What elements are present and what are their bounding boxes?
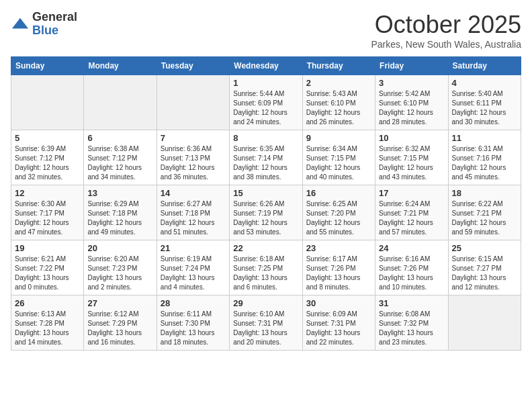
day-number: 15 bbox=[233, 188, 298, 198]
calendar-cell bbox=[157, 75, 229, 130]
calendar-cell: 21Sunrise: 6:19 AM Sunset: 7:24 PM Dayli… bbox=[157, 240, 229, 295]
calendar-cell: 12Sunrise: 6:30 AM Sunset: 7:17 PM Dayli… bbox=[11, 185, 84, 240]
calendar-cell: 14Sunrise: 6:27 AM Sunset: 7:18 PM Dayli… bbox=[157, 185, 229, 240]
logo-blue: Blue bbox=[32, 24, 77, 38]
day-info: Sunrise: 6:32 AM Sunset: 7:15 PM Dayligh… bbox=[379, 144, 444, 182]
day-info: Sunrise: 6:21 AM Sunset: 7:22 PM Dayligh… bbox=[15, 255, 80, 292]
day-number: 14 bbox=[161, 188, 226, 198]
day-number: 24 bbox=[379, 243, 444, 253]
day-number: 27 bbox=[87, 298, 152, 308]
logo-icon bbox=[11, 15, 30, 34]
day-number: 29 bbox=[233, 298, 298, 308]
day-info: Sunrise: 6:34 AM Sunset: 7:15 PM Dayligh… bbox=[306, 144, 371, 182]
day-number: 7 bbox=[161, 133, 226, 143]
day-number: 21 bbox=[161, 243, 226, 253]
header-saturday: Saturday bbox=[448, 57, 521, 75]
calendar-cell: 9Sunrise: 6:34 AM Sunset: 7:15 PM Daylig… bbox=[302, 130, 375, 185]
day-number: 25 bbox=[452, 243, 517, 253]
calendar-cell: 25Sunrise: 6:15 AM Sunset: 7:27 PM Dayli… bbox=[448, 240, 521, 295]
logo: General Blue bbox=[11, 11, 77, 38]
calendar-cell: 16Sunrise: 6:25 AM Sunset: 7:20 PM Dayli… bbox=[302, 185, 375, 240]
calendar-week-1: 1Sunrise: 5:44 AM Sunset: 6:09 PM Daylig… bbox=[11, 75, 521, 130]
day-number: 23 bbox=[306, 243, 371, 253]
page-header: General Blue October 2025 Parkes, New So… bbox=[11, 11, 521, 50]
calendar-cell: 2Sunrise: 5:43 AM Sunset: 6:10 PM Daylig… bbox=[302, 75, 375, 130]
day-info: Sunrise: 6:17 AM Sunset: 7:26 PM Dayligh… bbox=[306, 255, 371, 292]
calendar-cell: 30Sunrise: 6:09 AM Sunset: 7:31 PM Dayli… bbox=[302, 295, 375, 351]
calendar-cell: 26Sunrise: 6:13 AM Sunset: 7:28 PM Dayli… bbox=[11, 295, 84, 351]
title-block: October 2025 Parkes, New South Wales, Au… bbox=[371, 11, 521, 50]
day-number: 22 bbox=[233, 243, 298, 253]
day-info: Sunrise: 6:25 AM Sunset: 7:20 PM Dayligh… bbox=[306, 199, 371, 237]
day-info: Sunrise: 6:19 AM Sunset: 7:24 PM Dayligh… bbox=[161, 255, 226, 292]
day-number: 28 bbox=[161, 298, 226, 308]
day-number: 17 bbox=[379, 188, 444, 198]
calendar-week-3: 12Sunrise: 6:30 AM Sunset: 7:17 PM Dayli… bbox=[11, 185, 521, 240]
calendar-cell bbox=[448, 295, 521, 351]
calendar-cell: 18Sunrise: 6:22 AM Sunset: 7:21 PM Dayli… bbox=[448, 185, 521, 240]
calendar-cell: 19Sunrise: 6:21 AM Sunset: 7:22 PM Dayli… bbox=[11, 240, 84, 295]
calendar-cell: 11Sunrise: 6:31 AM Sunset: 7:16 PM Dayli… bbox=[448, 130, 521, 185]
day-info: Sunrise: 6:35 AM Sunset: 7:14 PM Dayligh… bbox=[233, 144, 298, 182]
calendar-cell: 17Sunrise: 6:24 AM Sunset: 7:21 PM Dayli… bbox=[375, 185, 448, 240]
header-wednesday: Wednesday bbox=[230, 57, 302, 75]
logo-text: General Blue bbox=[32, 11, 77, 38]
calendar-cell: 24Sunrise: 6:16 AM Sunset: 7:26 PM Dayli… bbox=[375, 240, 448, 295]
day-info: Sunrise: 6:30 AM Sunset: 7:17 PM Dayligh… bbox=[15, 199, 80, 237]
calendar-cell: 7Sunrise: 6:36 AM Sunset: 7:13 PM Daylig… bbox=[157, 130, 229, 185]
calendar-title: October 2025 bbox=[371, 11, 521, 39]
calendar-cell bbox=[11, 75, 84, 130]
day-info: Sunrise: 6:13 AM Sunset: 7:28 PM Dayligh… bbox=[15, 310, 80, 347]
calendar-cell: 10Sunrise: 6:32 AM Sunset: 7:15 PM Dayli… bbox=[375, 130, 448, 185]
calendar-cell: 20Sunrise: 6:20 AM Sunset: 7:23 PM Dayli… bbox=[84, 240, 157, 295]
calendar-cell bbox=[84, 75, 157, 130]
day-info: Sunrise: 6:18 AM Sunset: 7:25 PM Dayligh… bbox=[233, 255, 298, 292]
calendar-cell: 23Sunrise: 6:17 AM Sunset: 7:26 PM Dayli… bbox=[302, 240, 375, 295]
header-monday: Monday bbox=[84, 57, 157, 75]
day-info: Sunrise: 6:11 AM Sunset: 7:30 PM Dayligh… bbox=[161, 310, 226, 347]
day-number: 2 bbox=[306, 78, 371, 88]
day-info: Sunrise: 5:42 AM Sunset: 6:10 PM Dayligh… bbox=[379, 89, 444, 127]
day-info: Sunrise: 6:22 AM Sunset: 7:21 PM Dayligh… bbox=[452, 199, 517, 237]
day-info: Sunrise: 6:38 AM Sunset: 7:12 PM Dayligh… bbox=[87, 144, 152, 182]
day-number: 1 bbox=[233, 78, 298, 88]
day-info: Sunrise: 6:26 AM Sunset: 7:19 PM Dayligh… bbox=[233, 199, 298, 237]
calendar-cell: 22Sunrise: 6:18 AM Sunset: 7:25 PM Dayli… bbox=[230, 240, 302, 295]
calendar-cell: 29Sunrise: 6:10 AM Sunset: 7:31 PM Dayli… bbox=[230, 295, 302, 351]
day-number: 19 bbox=[15, 243, 80, 253]
calendar-cell: 27Sunrise: 6:12 AM Sunset: 7:29 PM Dayli… bbox=[84, 295, 157, 351]
calendar-week-2: 5Sunrise: 6:39 AM Sunset: 7:12 PM Daylig… bbox=[11, 130, 521, 185]
day-info: Sunrise: 6:16 AM Sunset: 7:26 PM Dayligh… bbox=[379, 255, 444, 292]
header-thursday: Thursday bbox=[302, 57, 375, 75]
day-info: Sunrise: 6:12 AM Sunset: 7:29 PM Dayligh… bbox=[87, 310, 152, 347]
day-info: Sunrise: 5:40 AM Sunset: 6:11 PM Dayligh… bbox=[452, 89, 517, 127]
day-number: 11 bbox=[452, 133, 517, 143]
day-info: Sunrise: 6:15 AM Sunset: 7:27 PM Dayligh… bbox=[452, 255, 517, 292]
header-friday: Friday bbox=[375, 57, 448, 75]
logo-general: General bbox=[32, 11, 77, 24]
calendar-table: Sunday Monday Tuesday Wednesday Thursday… bbox=[11, 56, 521, 351]
day-number: 12 bbox=[15, 188, 80, 198]
calendar-week-4: 19Sunrise: 6:21 AM Sunset: 7:22 PM Dayli… bbox=[11, 240, 521, 295]
day-info: Sunrise: 6:31 AM Sunset: 7:16 PM Dayligh… bbox=[452, 144, 517, 182]
day-number: 10 bbox=[379, 133, 444, 143]
day-info: Sunrise: 6:08 AM Sunset: 7:32 PM Dayligh… bbox=[379, 310, 444, 347]
day-info: Sunrise: 6:36 AM Sunset: 7:13 PM Dayligh… bbox=[161, 144, 226, 182]
day-number: 31 bbox=[379, 298, 444, 308]
day-number: 30 bbox=[306, 298, 371, 308]
calendar-cell: 15Sunrise: 6:26 AM Sunset: 7:19 PM Dayli… bbox=[230, 185, 302, 240]
calendar-week-5: 26Sunrise: 6:13 AM Sunset: 7:28 PM Dayli… bbox=[11, 295, 521, 351]
day-number: 13 bbox=[87, 188, 152, 198]
day-number: 26 bbox=[15, 298, 80, 308]
calendar-cell: 5Sunrise: 6:39 AM Sunset: 7:12 PM Daylig… bbox=[11, 130, 84, 185]
day-number: 16 bbox=[306, 188, 371, 198]
day-number: 4 bbox=[452, 78, 517, 88]
calendar-cell: 4Sunrise: 5:40 AM Sunset: 6:11 PM Daylig… bbox=[448, 75, 521, 130]
calendar-cell: 13Sunrise: 6:29 AM Sunset: 7:18 PM Dayli… bbox=[84, 185, 157, 240]
day-number: 9 bbox=[306, 133, 371, 143]
header-sunday: Sunday bbox=[11, 57, 84, 75]
day-number: 20 bbox=[87, 243, 152, 253]
day-info: Sunrise: 6:39 AM Sunset: 7:12 PM Dayligh… bbox=[15, 144, 80, 182]
day-info: Sunrise: 5:44 AM Sunset: 6:09 PM Dayligh… bbox=[233, 89, 298, 127]
calendar-cell: 3Sunrise: 5:42 AM Sunset: 6:10 PM Daylig… bbox=[375, 75, 448, 130]
